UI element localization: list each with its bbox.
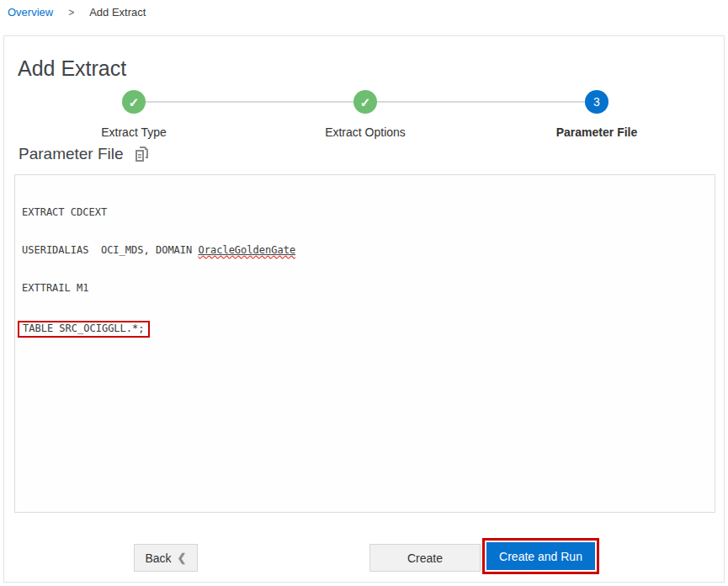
check-icon: ✓ bbox=[129, 96, 140, 109]
create-and-run-button[interactable]: Create and Run bbox=[486, 542, 595, 570]
back-button-label: Back bbox=[145, 551, 171, 565]
breadcrumb-current: Add Extract bbox=[89, 6, 146, 19]
domain-token: OracleGoldenGate bbox=[199, 244, 296, 256]
breadcrumb-overview-link[interactable]: Overview bbox=[8, 6, 53, 19]
chevron-left-icon: ❮ bbox=[178, 551, 187, 564]
breadcrumb-separator: > bbox=[68, 7, 74, 19]
create-button[interactable]: Create bbox=[369, 544, 481, 572]
step-label-extract-type: Extract Type bbox=[50, 125, 218, 139]
step-3-parameter-file-indicator[interactable]: 3 bbox=[585, 90, 608, 114]
section-title: Parameter File bbox=[19, 145, 124, 163]
create-and-run-button-label: Create and Run bbox=[499, 550, 582, 563]
add-extract-card: Add Extract ✓ ✓ 3 Extract Type Extract O… bbox=[3, 35, 725, 583]
add-extract-page: Overview > Add Extract Add Extract ✓ ✓ 3… bbox=[0, 0, 728, 586]
copy-icon[interactable] bbox=[136, 146, 150, 162]
param-line: TABLE SRC_OCIGGLL.*; bbox=[22, 320, 708, 338]
param-line: EXTTRAIL M1 bbox=[22, 282, 708, 295]
annotation-box-create-and-run: Create and Run bbox=[482, 538, 599, 574]
step-label-extract-options: Extract Options bbox=[281, 125, 449, 139]
page-title: Add Extract bbox=[18, 56, 126, 81]
step-label-parameter-file: Parameter File bbox=[513, 125, 681, 139]
annotation-box-table-line: TABLE SRC_OCIGGLL.*; bbox=[18, 321, 150, 338]
back-button[interactable]: Back ❮ bbox=[134, 544, 198, 572]
param-line: USERIDALIAS OCI_MDS, DOMAIN OracleGolden… bbox=[22, 244, 708, 257]
parameter-file-section-header: Parameter File bbox=[19, 145, 150, 163]
parameter-file-textarea[interactable]: EXTRACT CDCEXT USERIDALIAS OCI_MDS, DOMA… bbox=[14, 174, 715, 513]
step-number: 3 bbox=[593, 95, 600, 109]
check-icon: ✓ bbox=[360, 96, 371, 109]
create-button-label: Create bbox=[407, 551, 443, 565]
breadcrumb: Overview > Add Extract bbox=[8, 6, 146, 19]
step-2-extract-options-indicator[interactable]: ✓ bbox=[353, 90, 377, 114]
step-1-extract-type-indicator[interactable]: ✓ bbox=[122, 90, 146, 114]
param-line: EXTRACT CDCEXT bbox=[22, 206, 708, 219]
